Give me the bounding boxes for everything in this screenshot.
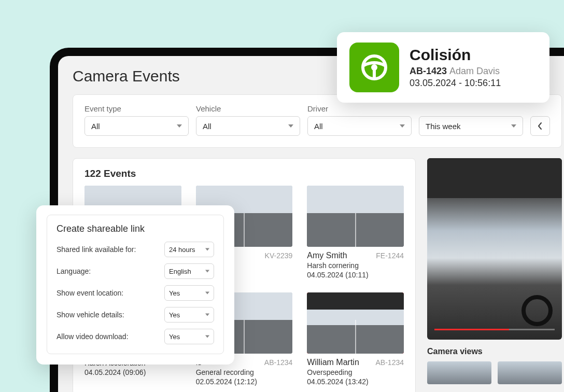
- overlay-vehicle: AB-1423: [410, 66, 447, 76]
- event-overlay-card: Colisión AB-1423 Adam Davis 03.05.2024 -…: [337, 32, 549, 103]
- event-vehicle: AB-1234: [264, 358, 292, 367]
- event-type: Harsh cornering: [307, 261, 404, 270]
- share-vehicle-label: Show vehicle details:: [57, 311, 124, 319]
- share-duration-label: Shared link available for:: [57, 245, 136, 254]
- event-time: 04.05.2024 (09:06): [84, 368, 181, 376]
- chevron-left-icon: [538, 122, 543, 130]
- event-time: 04.05.2024 (13:42): [307, 377, 404, 386]
- share-duration-select[interactable]: 24 hours: [164, 242, 214, 257]
- date-range-select[interactable]: This week: [419, 116, 523, 136]
- date-prev-button[interactable]: [530, 116, 550, 136]
- share-download-select[interactable]: Yes: [164, 329, 214, 344]
- preview-panel: Camera views: [427, 158, 562, 392]
- share-link-title: Create shareable link: [57, 223, 214, 234]
- event-driver: Amy Smith: [307, 251, 347, 260]
- event-time: 02.05.2024 (12:12): [196, 377, 293, 386]
- driver-select[interactable]: All: [307, 116, 412, 136]
- share-link-card: Create shareable link Shared link availa…: [36, 205, 234, 365]
- event-vehicle: AB-1234: [376, 358, 404, 367]
- events-count: 122 Events: [84, 168, 404, 179]
- event-vehicle: KV-2239: [265, 251, 293, 260]
- event-thumbnail[interactable]: [307, 292, 404, 354]
- event-card[interactable]: William MartinAB-1234 Overspeeding 04.05…: [307, 292, 404, 386]
- event-type: General recording: [196, 368, 293, 376]
- event-driver: William Martin: [307, 358, 359, 367]
- overlay-timestamp: 03.05.2024 - 10:56:11: [410, 78, 501, 89]
- event-time: 04.05.2024 (10:11): [307, 271, 404, 279]
- steering-wheel-graphic: [521, 295, 553, 326]
- filter-label-event-type: Event type: [84, 104, 189, 113]
- event-card[interactable]: Amy SmithFE-1244 Harsh cornering 04.05.2…: [307, 186, 404, 279]
- event-thumbnail[interactable]: [307, 186, 404, 247]
- filter-label-driver: Driver: [307, 104, 412, 113]
- share-location-label: Show event location:: [57, 289, 123, 297]
- event-type-select[interactable]: All: [84, 116, 189, 136]
- share-location-select[interactable]: Yes: [164, 285, 214, 301]
- event-type: Overspeeding: [307, 368, 404, 376]
- steering-wheel-icon: [349, 43, 399, 92]
- vehicle-select[interactable]: All: [196, 116, 300, 136]
- share-language-select[interactable]: English: [164, 263, 214, 279]
- camera-view-thumb[interactable]: [498, 361, 562, 384]
- video-progress[interactable]: [434, 329, 555, 330]
- share-vehicle-select[interactable]: Yes: [164, 307, 214, 323]
- share-language-label: Language:: [57, 267, 91, 275]
- filter-label-vehicle: Vehicle: [196, 104, 300, 113]
- share-download-label: Allow video download:: [57, 332, 129, 341]
- overlay-event-title: Colisión: [410, 46, 501, 64]
- preview-video[interactable]: [427, 158, 562, 340]
- camera-view-thumb[interactable]: [427, 361, 491, 384]
- event-vehicle: FE-1244: [376, 251, 404, 260]
- overlay-driver: Adam Davis: [449, 66, 500, 76]
- camera-views-label: Camera views: [427, 347, 562, 356]
